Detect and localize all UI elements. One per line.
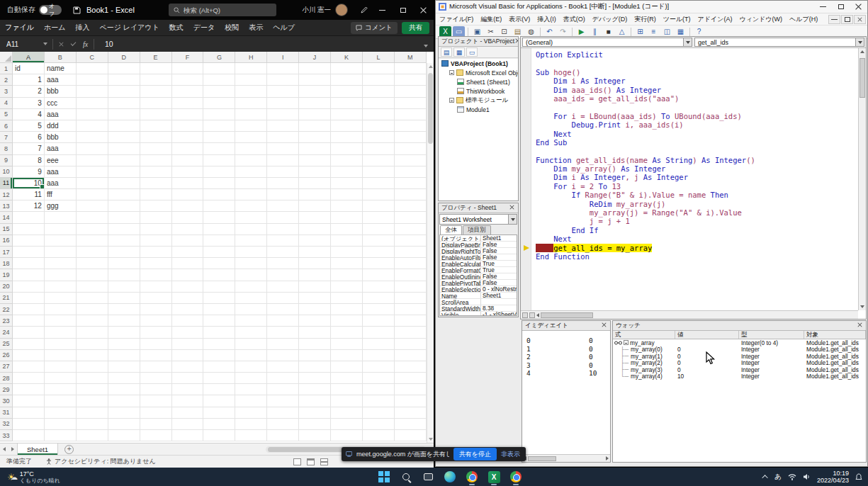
cell-L20[interactable] [363, 281, 395, 293]
code-line[interactable]: Dim i As Integer [536, 77, 858, 85]
cell-J7[interactable] [299, 132, 331, 143]
normal-view-icon[interactable] [293, 458, 301, 465]
cell-E7[interactable] [140, 132, 172, 143]
code-line[interactable] [536, 59, 858, 67]
cell-A11[interactable]: 10 [13, 178, 45, 189]
cell-H16[interactable] [235, 235, 267, 247]
cell-M8[interactable] [395, 143, 427, 154]
cell-D7[interactable] [108, 132, 140, 143]
cell-J6[interactable] [299, 120, 331, 132]
cell-G6[interactable] [203, 120, 235, 132]
cell-A22[interactable] [13, 304, 45, 315]
cell-K2[interactable] [331, 74, 363, 86]
cell-J11[interactable] [299, 178, 331, 189]
split-handle[interactable] [529, 312, 535, 318]
cell-H19[interactable] [235, 269, 267, 281]
row-header-13[interactable]: 13 [0, 200, 13, 212]
cell-K30[interactable] [331, 395, 363, 407]
vba-menu-7[interactable]: ツール(T) [660, 15, 694, 24]
vba-menu-8[interactable]: アドイン(A) [694, 15, 736, 24]
project-tree-item[interactable]: VBAProject (Book1) [439, 59, 518, 68]
cell-F29[interactable] [172, 384, 204, 395]
cell-H10[interactable] [235, 166, 267, 178]
watch-column-3[interactable]: 対象 [804, 331, 866, 339]
cell-B10[interactable]: aaa [45, 166, 77, 178]
cell-K11[interactable] [331, 178, 363, 189]
cell-I24[interactable] [267, 327, 299, 338]
enter-icon[interactable] [67, 43, 79, 45]
cell-D3[interactable] [108, 86, 140, 97]
row-header-28[interactable]: 28 [0, 373, 13, 384]
wifi-icon[interactable] [788, 473, 796, 480]
immediate-line[interactable]: 410 [526, 369, 610, 378]
search-input[interactable] [184, 6, 265, 14]
cell-F6[interactable] [172, 120, 204, 132]
cell-E13[interactable] [140, 200, 172, 212]
name-box-dropdown-icon[interactable] [40, 43, 50, 45]
cell-A18[interactable] [13, 258, 45, 269]
cell-D27[interactable] [108, 361, 140, 373]
cell-M31[interactable] [395, 407, 427, 419]
cell-B18[interactable] [45, 258, 77, 269]
view-object-icon[interactable]: ▦ [453, 47, 465, 57]
watch-column-2[interactable]: 型 [739, 331, 804, 339]
cell-B12[interactable]: fff [45, 189, 77, 200]
cell-C22[interactable] [77, 304, 108, 315]
cell-J14[interactable] [299, 212, 331, 223]
cell-D20[interactable] [108, 281, 140, 293]
cell-I25[interactable] [267, 339, 299, 350]
cell-I12[interactable] [267, 189, 299, 200]
cell-H7[interactable] [235, 132, 267, 143]
cell-B30[interactable] [45, 395, 77, 407]
code-line[interactable]: Function get_all_ids(name As String) As … [536, 156, 858, 164]
cell-K8[interactable] [331, 143, 363, 154]
cell-I26[interactable] [267, 350, 299, 361]
code-line[interactable]: End Sub [536, 138, 858, 147]
cell-C6[interactable] [77, 120, 108, 132]
cell-F11[interactable] [172, 178, 204, 189]
cell-B9[interactable]: eee [45, 155, 77, 166]
cell-I2[interactable] [267, 74, 299, 86]
column-header-I[interactable]: I [267, 52, 299, 63]
row-header-6[interactable]: 6 [0, 120, 13, 132]
scroll-down-icon[interactable] [429, 438, 433, 441]
cell-J17[interactable] [299, 247, 331, 258]
cell-K15[interactable] [331, 224, 363, 235]
cell-D19[interactable] [108, 269, 140, 281]
watch-row[interactable]: └─my_array(4)10IntegerModule1.get_all_id… [613, 373, 866, 380]
cell-F7[interactable] [172, 132, 204, 143]
stop-sharing-button[interactable]: 共有を停止 [453, 448, 497, 460]
object-dropdown[interactable]: (General) [522, 38, 692, 47]
cell-M29[interactable] [395, 384, 427, 395]
cell-K33[interactable] [331, 430, 363, 441]
ribbon-tab-3[interactable]: ページ レイアウト [94, 23, 164, 33]
cell-K9[interactable] [331, 155, 363, 166]
cell-C24[interactable] [77, 327, 108, 338]
cell-F22[interactable] [172, 304, 204, 315]
cell-E25[interactable] [140, 339, 172, 350]
select-all-button[interactable] [0, 52, 13, 63]
cell-M27[interactable] [395, 361, 427, 373]
sheet-tab-sheet1[interactable]: Sheet1 [17, 443, 58, 455]
cell-B24[interactable] [45, 327, 77, 338]
cell-H2[interactable] [235, 74, 267, 86]
cell-L26[interactable] [363, 350, 395, 361]
code-margin[interactable] [521, 48, 531, 310]
object-selector[interactable]: Sheet1 Worksheet [439, 214, 517, 225]
vba-menu-5[interactable]: デバッグ(D) [589, 15, 631, 24]
cell-D26[interactable] [108, 350, 140, 361]
cell-A14[interactable] [13, 212, 45, 223]
code-line[interactable]: Sub hoge() [536, 68, 858, 77]
cell-E30[interactable] [140, 395, 172, 407]
cell-C29[interactable] [77, 384, 108, 395]
cell-E19[interactable] [140, 269, 172, 281]
cell-A24[interactable] [13, 327, 45, 338]
cell-D2[interactable] [108, 74, 140, 86]
cell-D23[interactable] [108, 315, 140, 327]
cell-I10[interactable] [267, 166, 299, 178]
cell-B22[interactable] [45, 304, 77, 315]
cell-L29[interactable] [363, 384, 395, 395]
cell-B32[interactable] [45, 419, 77, 430]
cell-A7[interactable]: 6 [13, 132, 45, 143]
close-icon[interactable] [514, 38, 518, 45]
